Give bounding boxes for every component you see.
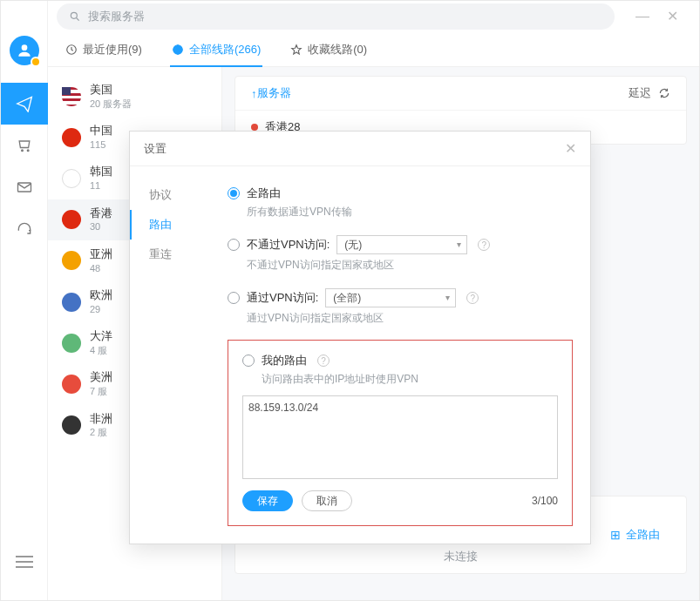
- country-name: 中国: [90, 124, 112, 138]
- close-button[interactable]: ✕: [667, 10, 678, 24]
- search-icon: [69, 10, 81, 23]
- svg-point-4: [71, 12, 77, 18]
- svg-rect-3: [17, 183, 31, 192]
- country-item[interactable]: 美国20 服务器: [48, 76, 221, 117]
- modal-title: 设置: [144, 141, 167, 157]
- tab-recent[interactable]: 最近使用(9): [64, 42, 144, 57]
- opt-my-desc: 访问路由表中的IP地址时使用VPN: [242, 372, 558, 395]
- status-state: 未连接: [442, 549, 480, 564]
- country-sub: 11: [90, 179, 112, 192]
- tab-fav-label: 收藏线路(0): [308, 42, 367, 57]
- opt-via[interactable]: 通过VPN访问: (全部) ?: [228, 281, 573, 311]
- country-sub: 115: [90, 138, 112, 151]
- save-button[interactable]: 保存: [242, 490, 293, 511]
- col-latency[interactable]: 延迟: [629, 85, 651, 101]
- svg-point-1: [21, 150, 23, 152]
- country-sub: 48: [90, 262, 112, 274]
- tab-all-label: 全部线路(266): [189, 42, 261, 57]
- ip-textarea[interactable]: [242, 395, 558, 479]
- country-sub: 20 服务器: [90, 98, 132, 110]
- avatar[interactable]: [10, 36, 39, 65]
- cancel-button[interactable]: 取消: [302, 490, 352, 511]
- tab-all[interactable]: 全部线路(266): [170, 42, 262, 57]
- flag-icon: [62, 128, 81, 147]
- ip-counter: 3/100: [532, 495, 558, 507]
- globe-icon: [172, 44, 184, 56]
- flag-icon: [62, 334, 81, 353]
- opt-bypass-label: 不通过VPN访问:: [247, 237, 330, 253]
- via-select[interactable]: (全部): [325, 288, 456, 307]
- tabs: 最近使用(9) 全部线路(266) 收藏线路(0): [48, 32, 699, 67]
- country-name: 美国: [90, 83, 132, 98]
- country-sub: 7 服: [90, 385, 112, 397]
- country-name: 亚洲: [90, 247, 112, 262]
- flag-icon: [62, 169, 81, 188]
- svg-point-0: [21, 44, 27, 51]
- tab-recent-label: 最近使用(9): [83, 42, 142, 57]
- radio-icon: [228, 292, 240, 304]
- settings-modal: 设置 ✕ 协议 路由 重连 全路由 所有数据通过VPN传输 不通过VPN访问: …: [129, 131, 591, 544]
- col-server[interactable]: 服务器: [257, 85, 291, 101]
- radio-icon: [228, 239, 240, 251]
- nav-mail-icon[interactable]: [1, 166, 48, 208]
- opt-full-desc: 所有数据通过VPN传输: [228, 205, 573, 228]
- country-name: 非洲: [90, 412, 112, 427]
- menu-icon[interactable]: [1, 541, 48, 583]
- side-reconnect[interactable]: 重连: [149, 240, 224, 269]
- nav-send-icon[interactable]: [1, 83, 48, 125]
- country-sub: 2 服: [90, 426, 112, 438]
- my-route-box: 我的路由 ? 访问路由表中的IP地址时使用VPN 保存 取消 3/100: [228, 340, 573, 526]
- modal-close-button[interactable]: ✕: [565, 140, 576, 157]
- flag-icon: [62, 293, 81, 312]
- search-input[interactable]: 搜索服务器: [57, 3, 615, 30]
- flag-icon: [62, 375, 81, 394]
- opt-my-label: 我的路由: [262, 353, 307, 368]
- country-name: 欧洲: [90, 288, 112, 303]
- country-name: 大洋: [90, 329, 112, 344]
- opt-full-route[interactable]: 全路由: [228, 179, 573, 205]
- nav-headset-icon[interactable]: [1, 208, 48, 250]
- tab-fav[interactable]: 收藏线路(0): [289, 42, 369, 57]
- topbar: 搜索服务器 — ✕: [48, 1, 699, 32]
- minimize-button[interactable]: —: [635, 10, 649, 24]
- sidebar: [1, 1, 48, 600]
- svg-point-2: [27, 150, 29, 152]
- country-sub: 30: [90, 220, 112, 233]
- star-icon: [290, 44, 302, 56]
- flag-icon: [62, 210, 81, 229]
- country-sub: 4 服: [90, 344, 112, 356]
- status-dot-icon: [251, 124, 258, 131]
- help-icon[interactable]: ?: [478, 239, 490, 251]
- opt-bypass-desc: 不通过VPN访问指定国家或地区: [228, 258, 573, 281]
- help-icon[interactable]: ?: [317, 355, 330, 367]
- flag-icon: [62, 251, 81, 270]
- opt-bypass[interactable]: 不通过VPN访问: (无) ?: [228, 228, 573, 258]
- opt-via-desc: 通过VPN访问指定国家或地区: [228, 311, 573, 334]
- flag-icon: [62, 415, 81, 435]
- side-protocol[interactable]: 协议: [149, 180, 224, 210]
- opt-my-route[interactable]: 我的路由 ?: [242, 353, 558, 372]
- opt-via-label: 通过VPN访问:: [247, 290, 318, 306]
- opt-full-label: 全路由: [247, 186, 281, 201]
- country-name: 美洲: [90, 370, 112, 385]
- country-name: 韩国: [90, 165, 112, 179]
- help-icon[interactable]: ?: [466, 292, 479, 304]
- avatar-badge: [31, 57, 41, 67]
- country-sub: 29: [90, 303, 112, 315]
- side-route[interactable]: 路由: [130, 210, 224, 240]
- country-name: 香港: [90, 206, 112, 221]
- nav-cart-icon[interactable]: [1, 125, 48, 166]
- refresh-icon[interactable]: [658, 87, 670, 99]
- bypass-select[interactable]: (无): [336, 235, 467, 254]
- search-placeholder: 搜索服务器: [88, 9, 145, 24]
- radio-icon: [228, 187, 240, 199]
- radio-icon: [242, 355, 255, 367]
- status-route[interactable]: ⊞ 全路由: [610, 527, 660, 543]
- clock-icon: [65, 44, 78, 56]
- flag-icon: [62, 87, 81, 106]
